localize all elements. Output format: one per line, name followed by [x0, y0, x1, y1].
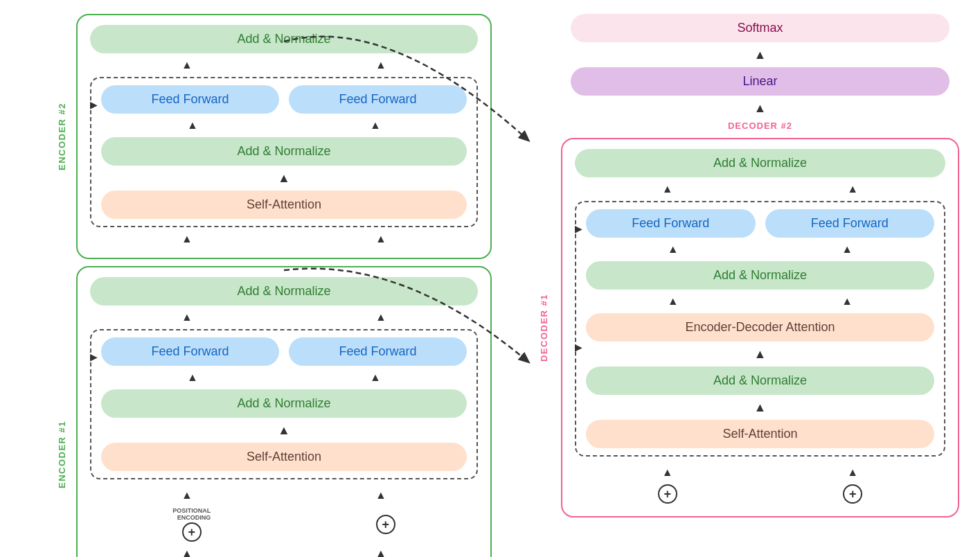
arrow-enc1-word-left: ▲ [90, 547, 284, 557]
arrow-enc1-mid-right: ▲ [284, 371, 467, 384]
arrow-enc1-mid-left: ▲ [101, 371, 284, 384]
enc2-add-norm-top: Add & Normalize [90, 25, 478, 53]
arrow-softmax: ▲ [754, 48, 767, 62]
arrow-dec1-enc-dec-right: ▲ [760, 295, 935, 308]
dec1-dashed-box: ▶ Feed Forward Feed Forward ▲ ▲ Add & No… [575, 201, 945, 457]
dec1-add-norm-top: Add & Normalize [575, 149, 945, 177]
encoder2-label: ENCODER #2 [57, 103, 67, 170]
enc2-dashed-box: ▶ Feed Forward Feed Forward ▲ ▲ Add & No… [90, 77, 478, 227]
arrow-enc1-ff-left: ▲ [90, 311, 284, 324]
decoder1-label: DECODER #1 [539, 294, 549, 362]
dec1-self-attention: Self-Attention [586, 420, 934, 448]
plus-circle-left: + [182, 522, 202, 542]
encoders-side: ENCODER #2 Add & Normalize ▲ ▲ ▶ Feed Fo… [21, 14, 492, 557]
arrow-dec1-ff-right: ▲ [760, 183, 946, 195]
arrow-enc1-plus-left: ▲ [90, 489, 284, 502]
encoder2-block: ENCODER #2 Add & Normalize ▲ ▲ ▶ Feed Fo… [76, 14, 492, 259]
arrow-enc1-plus-right: ▲ [284, 489, 478, 502]
arrow-enc2-mid-left: ▲ [101, 119, 284, 132]
dec-plus-circle-left: + [658, 484, 677, 504]
arrow-enc1-word-right: ▲ [284, 547, 478, 557]
enc1-self-attention: Self-Attention [101, 443, 467, 471]
dec-plus-circle-right: + [843, 484, 862, 504]
arrow-linear: ▲ [754, 101, 767, 115]
arrow-enc2-ff-left: ▲ [90, 59, 284, 71]
encoder1-block: ENCODER #1 Add & Normalize ▲ ▲ ▶ Feed Fo… [76, 266, 492, 557]
arrow-enc1-ff-right: ▲ [284, 311, 478, 324]
main-container: ENCODER #2 Add & Normalize ▲ ▲ ▶ Feed Fo… [0, 0, 980, 557]
decoder1-block: DECODER #1 Add & Normalize ▲ ▲ ▶ Feed Fo… [561, 138, 959, 518]
decoders-side: Softmax ▲ Linear ▲ DECODER #2 DECODER #1… [561, 14, 959, 518]
encoder1-label: ENCODER #1 [57, 420, 67, 488]
dec1-enc-dec-attention: Encoder-Decoder Attention [586, 313, 934, 342]
dec1-add-norm-mid: Add & Normalize [586, 261, 934, 290]
enc1-ff-right: Feed Forward [289, 337, 467, 366]
arrow-dec1-plus-left: ▲ [575, 466, 760, 479]
enc2-add-norm-mid: Add & Normalize [101, 137, 467, 166]
enc2-ff-left: Feed Forward [101, 85, 279, 114]
enc1-add-norm-mid: Add & Normalize [101, 389, 467, 418]
arrow-dec1-enc-dec-left: ▲ [586, 295, 760, 308]
arrow-dec1-ff-left: ▲ [575, 183, 760, 195]
arrow-enc2-in-left: ▲ [90, 233, 284, 245]
arrow-dec1-plus-right: ▲ [760, 466, 946, 479]
plus-circle-right: + [376, 515, 395, 534]
dec1-ff-left: Feed Forward [586, 209, 756, 238]
dec1-ff-right: Feed Forward [765, 209, 935, 238]
arrow-dec1-add-norm-bot: ▲ [754, 347, 767, 361]
enc1-add-norm-top: Add & Normalize [90, 277, 478, 306]
dec1-add-norm-bot: Add & Normalize [586, 366, 934, 395]
arrow-dec1-mid-right: ▲ [760, 243, 935, 256]
linear-pill: Linear [571, 67, 949, 96]
pos-enc-label: POSITIONALENCODING [172, 507, 211, 521]
arrow-enc2-ff-right: ▲ [284, 59, 478, 71]
softmax-pill: Softmax [571, 14, 949, 42]
enc1-dashed-box: ▶ Feed Forward Feed Forward ▲ ▲ Add & No… [90, 329, 478, 479]
arrow-enc1-self-attn: ▲ [278, 423, 290, 437]
arrow-dec1-mid-left: ▲ [586, 243, 760, 256]
decoder2-label: DECODER #2 [728, 121, 792, 131]
arrow-enc2-in-right: ▲ [284, 233, 478, 245]
enc1-ff-left: Feed Forward [101, 337, 279, 366]
enc2-ff-right: Feed Forward [289, 85, 467, 114]
arrow-enc2-self-attn: ▲ [278, 171, 290, 185]
arrow-dec1-self-attn: ▲ [754, 400, 767, 414]
enc2-self-attention: Self-Attention [101, 191, 467, 219]
arrow-enc2-mid-right: ▲ [284, 119, 467, 132]
